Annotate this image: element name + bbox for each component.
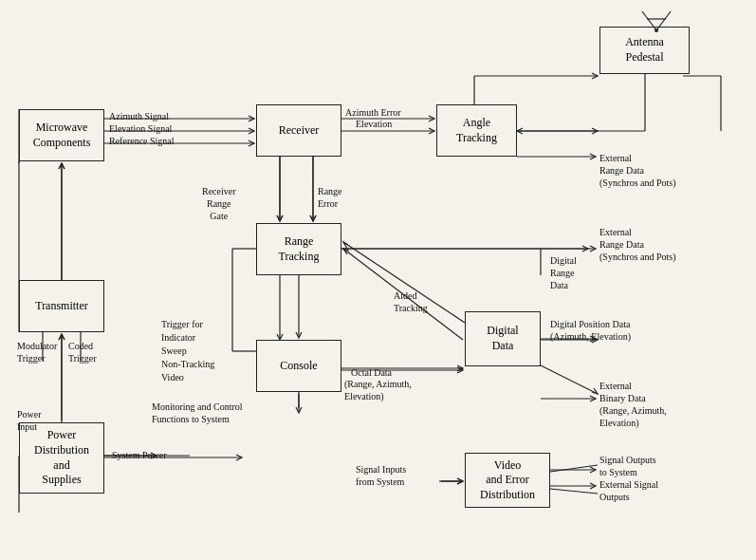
digital-position-label: Digital Position Data(Azimuth, Elevation… [550,318,631,343]
svg-line-34 [656,11,671,30]
digital-range-data-label: DigitalRangeData [550,254,577,291]
monitoring-label: Monitoring and ControlFunctions to Syste… [152,401,243,425]
antenna-pedestal-box: AntennaPedestal [599,27,690,74]
svg-line-26 [550,465,598,472]
video-error-box: Videoand ErrorDistribution [465,453,550,508]
svg-line-21 [541,365,598,394]
external-binary-label: ExternalBinary Data(Range, Azimuth,Eleva… [599,380,667,429]
receiver-range-gate-label: ReceiverRangeGate [202,185,236,222]
elevation-signal-label: Elevation Signal [109,122,172,135]
aided-tracking-label: AidedTracking [394,289,428,314]
reference-signal-label: Reference Signal [109,135,175,147]
system-power-label: System Power [112,449,167,461]
range-error-label: RangeError [318,185,342,210]
svg-point-36 [655,28,658,32]
receiver-box: Receiver [256,104,341,157]
transmitter-box: Transmitter [19,280,104,332]
angle-tracking-box: AngleTracking [436,104,517,157]
console-box: Console [256,340,341,392]
range-tracking-box: RangeTracking [256,223,341,275]
svg-line-33 [642,11,656,30]
trigger-indicator-label: Trigger forIndicatorSweepNon-TrackingVid… [161,318,214,384]
octal-data-label: (Range, Azimuth,Elevation) [344,378,412,402]
svg-line-27 [550,489,598,494]
microwave-components-box: Microwave Components [19,109,104,161]
elevation-label: Elevation [356,118,392,130]
modulator-trigger-label: ModulatorTrigger [17,340,57,364]
external-range1-label: ExternalRange Data(Synchros and Pots) [599,152,676,189]
antenna-icon [637,9,675,33]
azimuth-signal-label: Azimuth Signal [109,110,169,122]
signal-outputs-label: Signal Outputsto SystemExternal SignalOu… [599,454,658,503]
power-distribution-box: PowerDistributionandSupplies [19,422,104,494]
signal-inputs-label: Signal Inputsfrom System [356,463,406,488]
power-input-label: PowerInput [17,408,42,433]
system-block-diagram: Microwave Components Receiver AngleTrack… [0,0,756,560]
coded-trigger-label: CodedTrigger [68,340,97,364]
octal-data-title-label: Octal Data [351,366,392,379]
digital-data-box: DigitalData [465,311,541,366]
external-range2-label: ExternalRange Data(Synchros and Pots) [599,226,676,263]
